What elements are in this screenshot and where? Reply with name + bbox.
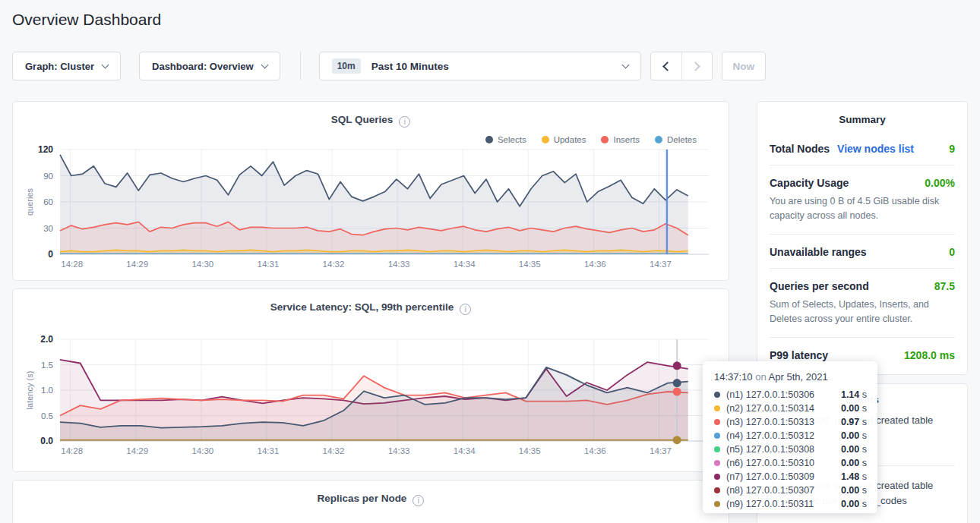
node-color-dot-icon — [714, 446, 720, 452]
info-icon[interactable]: i — [399, 116, 410, 128]
summary-title: Summary — [770, 102, 955, 131]
legend-dot-icon — [655, 136, 662, 143]
svg-text:14:33: 14:33 — [388, 446, 410, 455]
toolbar-divider — [300, 52, 301, 80]
svg-text:14:35: 14:35 — [519, 446, 541, 455]
summary-label: Unavailable ranges — [770, 246, 867, 258]
svg-text:30: 30 — [43, 224, 53, 233]
toolbar: Graph: Cluster Dashboard: Overview 10m P… — [12, 52, 766, 80]
node-latency-value: 0.00 s — [841, 430, 867, 441]
tooltip-node-row: (n9) 127.0.0.1:503110.00 s — [714, 497, 867, 511]
node-address: (n6) 127.0.0.1:50310 — [726, 458, 814, 468]
svg-text:0: 0 — [48, 249, 53, 260]
legend-item-deletes[interactable]: Deletes — [655, 135, 697, 144]
node-address: (n5) 127.0.0.1:50308 — [726, 444, 814, 455]
svg-text:14:37: 14:37 — [650, 260, 672, 269]
node-color-dot-icon — [714, 419, 720, 425]
chevron-right-icon — [691, 61, 700, 71]
node-color-dot-icon — [714, 474, 720, 480]
sql-queries-panel: 14:2814:2914:3014:3114:3214:3314:3414:35… — [12, 101, 729, 281]
node-latency-value: 0.00 s — [841, 444, 867, 455]
svg-text:14:35: 14:35 — [519, 260, 541, 269]
time-prev-button[interactable] — [651, 52, 681, 80]
legend-dot-icon — [542, 136, 549, 143]
summary-label: Queries per second — [770, 280, 869, 292]
node-color-dot-icon — [714, 460, 720, 466]
chevron-down-icon — [621, 61, 629, 68]
info-icon[interactable]: i — [460, 304, 471, 315]
legend-dot-icon — [601, 136, 609, 143]
view-nodes-list-link[interactable]: View nodes list — [837, 143, 914, 155]
svg-text:14:29: 14:29 — [126, 260, 148, 269]
chevron-down-icon — [261, 61, 268, 68]
graph-scope-dropdown[interactable]: Graph: Cluster — [12, 52, 121, 80]
svg-text:14:28: 14:28 — [61, 260, 83, 269]
tooltip-node-row: (n2) 127.0.0.1:503140.00 s — [714, 402, 867, 415]
legend-item-inserts[interactable]: Inserts — [601, 135, 640, 144]
time-range-label: Past 10 Minutes — [371, 61, 449, 72]
service-latency-chart[interactable]: 14:2814:2914:3014:3114:3214:3314:3414:35… — [13, 289, 729, 471]
time-next-button[interactable] — [681, 52, 712, 80]
svg-text:90: 90 — [43, 172, 53, 181]
summary-label: Total Nodes — [770, 143, 830, 155]
tooltip-node-row: (n8) 127.0.0.1:503070.00 s — [714, 484, 867, 497]
summary-description: You are using 0 B of 4.5 GiB usable disk… — [770, 194, 955, 224]
svg-text:14:28: 14:28 — [61, 446, 83, 455]
svg-text:0.0: 0.0 — [40, 436, 53, 446]
svg-text:14:34: 14:34 — [454, 446, 476, 455]
svg-text:60: 60 — [43, 197, 53, 206]
node-latency-value: 0.00 s — [841, 458, 867, 468]
node-address: (n7) 127.0.0.1:50309 — [726, 471, 814, 482]
service-latency-panel: 14:2814:2914:3014:3114:3214:3314:3414:35… — [12, 288, 729, 472]
time-range-dropdown[interactable]: 10m Past 10 Minutes — [319, 52, 641, 80]
node-address: (n1) 127.0.0.1:50306 — [726, 389, 814, 400]
node-address: (n8) 127.0.0.1:50307 — [726, 485, 814, 496]
tooltip-timestamp: 14:37:10 on Apr 5th, 2021 — [714, 371, 867, 383]
tooltip-node-row: (n4) 127.0.0.1:503120.00 s — [714, 429, 867, 443]
summary-value: 87.5 — [934, 280, 955, 292]
chart-title-row: SQL Queriesi — [13, 114, 729, 128]
svg-text:14:33: 14:33 — [388, 260, 410, 269]
tooltip-node-row: (n5) 127.0.0.1:503080.00 s — [714, 443, 867, 456]
svg-text:14:32: 14:32 — [323, 446, 345, 455]
svg-text:14:32: 14:32 — [323, 260, 345, 269]
svg-text:14:31: 14:31 — [258, 446, 280, 455]
svg-text:queries: queries — [25, 187, 34, 216]
svg-text:14:34: 14:34 — [454, 260, 476, 269]
svg-text:14:30: 14:30 — [191, 260, 213, 269]
svg-text:14:37: 14:37 — [650, 446, 672, 455]
node-color-dot-icon — [714, 433, 720, 439]
tooltip-node-row: (n7) 127.0.0.1:503091.48 s — [714, 470, 867, 484]
tooltip-node-row: (n6) 127.0.0.1:503100.00 s — [714, 456, 867, 470]
summary-row-capacity: Capacity Usage 0.00% You are using 0 B o… — [770, 165, 955, 235]
svg-text:1.0: 1.0 — [41, 386, 53, 395]
sql-queries-chart[interactable]: 14:2814:2914:3014:3114:3214:3314:3414:35… — [13, 102, 729, 280]
node-latency-value: 0.00 s — [841, 485, 867, 496]
node-address: (n9) 127.0.0.1:50311 — [726, 499, 814, 509]
info-icon[interactable]: i — [413, 495, 424, 506]
now-button[interactable]: Now — [722, 52, 766, 80]
legend-item-selects[interactable]: Selects — [485, 135, 526, 144]
summary-value: 0 — [949, 246, 955, 258]
node-latency-value: 1.14 s — [841, 389, 867, 400]
summary-value: 1208.0 ms — [904, 349, 955, 361]
chart-legend: SelectsUpdatesInsertsDeletes — [485, 135, 697, 144]
summary-row-qps: Queries per second 87.5 Sum of Selects, … — [770, 269, 955, 338]
svg-text:14:29: 14:29 — [126, 446, 148, 455]
chart-title: Service Latency: SQL, 99th percentile — [270, 301, 454, 313]
summary-row-unavailable-ranges: Unavailable ranges 0 — [770, 235, 955, 269]
legend-item-updates[interactable]: Updates — [542, 135, 586, 144]
summary-value: 0.00% — [925, 177, 955, 189]
time-nav-group — [650, 52, 713, 80]
summary-label: Capacity Usage — [770, 177, 849, 189]
dashboard-label: Dashboard: Overview — [152, 61, 254, 72]
node-latency-value: 0.00 s — [841, 403, 867, 414]
chart-title-row: Replicas per Nodei — [13, 493, 729, 506]
node-address: (n3) 127.0.0.1:50313 — [726, 417, 814, 427]
node-latency-value: 1.48 s — [841, 471, 867, 482]
svg-text:14:31: 14:31 — [258, 260, 280, 269]
summary-panel: Summary Total Nodes View nodes list 9 Ca… — [757, 101, 968, 375]
time-range-badge: 10m — [332, 58, 361, 74]
dashboard-dropdown[interactable]: Dashboard: Overview — [139, 52, 280, 80]
chart-title: Replicas per Node — [318, 493, 407, 504]
